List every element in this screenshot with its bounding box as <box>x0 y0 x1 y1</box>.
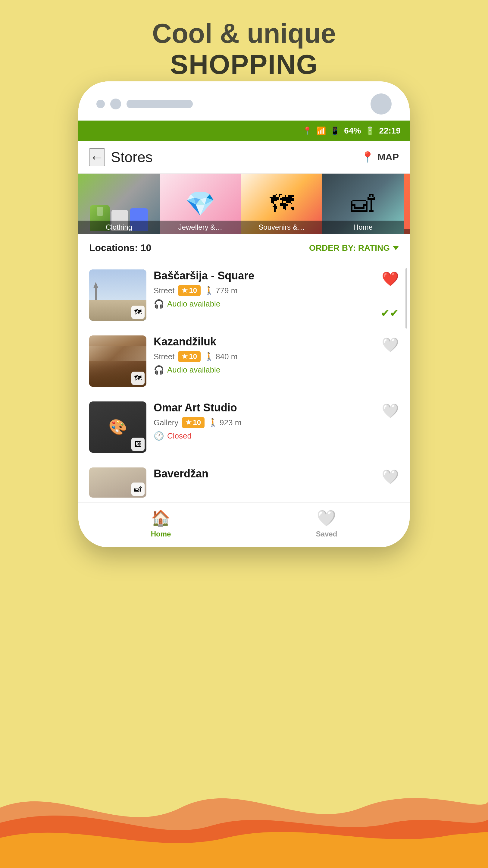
store-badge-3: 🖼 <box>131 438 144 451</box>
category-jewellery[interactable]: 💎 Jewellery &… <box>160 174 241 234</box>
list-scrollbar-thumb <box>405 268 407 329</box>
time-text: 22:19 <box>379 126 401 135</box>
favorite-button-bascarsija[interactable]: ❤️ <box>382 271 399 287</box>
battery-icon: 🔋 <box>365 126 375 135</box>
headphone-icon: 🎧 <box>154 299 164 309</box>
list-scrollbar[interactable] <box>405 262 407 503</box>
store-name-bascarsija: Baščaršija - Square <box>154 270 399 282</box>
store-info-baverdzhan: Baverdžan <box>154 467 399 483</box>
page-subtitle: Cool & unique <box>0 18 488 49</box>
distance-omar: 🚶 923 m <box>208 418 241 427</box>
home-decor-icon: 🛋 <box>351 190 375 218</box>
store-type-kazandziluk: Street <box>154 352 174 361</box>
category-extra-bg: 🛍 <box>404 174 410 234</box>
favorite-button-kazandziluk[interactable]: 🤍 <box>382 337 399 353</box>
phone-dot-1 <box>96 100 105 108</box>
closed-label: Closed <box>167 431 192 441</box>
phone-top-decoration <box>78 82 410 121</box>
sky <box>89 270 147 300</box>
category-souvenirs[interactable]: 🗺 Souvenirs &… <box>241 174 322 234</box>
category-clothing-label: Clothing <box>78 221 160 234</box>
phone-frame: 📍 📶 📱 64% 🔋 22:19 ← Stores 📍 MAP Clothin… <box>78 82 410 547</box>
audio-badge-bascarsija: 🎧 Audio available <box>154 299 399 309</box>
store-name-baverdzhan: Baverdžan <box>154 467 399 480</box>
category-home-label: Home <box>322 221 404 234</box>
nav-home-label: Home <box>151 530 171 538</box>
store-thumb-kazandziluk: 🗺 <box>89 336 147 387</box>
phone-circle <box>370 93 392 115</box>
walk-icon: 🚶 <box>204 286 214 296</box>
store-type-bascarsija: Street <box>154 286 174 296</box>
store-meta-omar: Gallery ★ 10 🚶 923 m <box>154 417 399 428</box>
map-button[interactable]: 📍 MAP <box>361 151 399 164</box>
store-name-kazandziluk: Kazandžiluk <box>154 336 399 348</box>
back-button[interactable]: ← <box>89 148 105 166</box>
page-title-area: Cool & unique SHOPPING <box>0 18 488 80</box>
location-icon: 📍 <box>302 126 312 135</box>
store-info-kazandziluk: Kazandžiluk Street ★ 10 🚶 840 m 🎧 Audio … <box>154 336 399 375</box>
store-name-omar: Omar Art Studio <box>154 401 399 414</box>
favorite-button-baverdzhan[interactable]: 🤍 <box>382 469 399 485</box>
phone-dot-2 <box>110 98 121 110</box>
nav-item-saved[interactable]: 🤍 Saved <box>316 509 337 538</box>
store-badge-4: 🛋 <box>131 483 144 496</box>
saved-icon: 🤍 <box>317 509 336 527</box>
category-home[interactable]: 🛋 Home <box>322 174 404 234</box>
category-clothing[interactable]: Clothing <box>78 174 160 234</box>
distance-bascarsija: 🚶 779 m <box>204 286 237 296</box>
audio-label-2: Audio available <box>167 365 220 375</box>
clock-icon: 🕐 <box>154 431 164 441</box>
map-pin-icon: 📍 <box>361 151 375 164</box>
nav-saved-label: Saved <box>316 530 337 538</box>
store-thumb-bascarsija: 🗺 <box>89 270 147 321</box>
bottom-nav: 🏠 Home 🤍 Saved <box>78 503 410 547</box>
store-item-bascarsija[interactable]: 🗺 Baščaršija - Square Street ★ 10 🚶 779 … <box>78 262 410 328</box>
store-item-baverdzhan[interactable]: 🛋 Baverdžan 🤍 <box>78 460 410 503</box>
category-extra[interactable]: 🛍 <box>404 174 410 234</box>
chevron-down-icon <box>393 246 399 250</box>
rating-badge-kazandziluk: ★ 10 <box>178 351 201 362</box>
distance-kazandziluk: 🚶 840 m <box>204 352 237 361</box>
walk-icon-3: 🚶 <box>208 418 218 427</box>
store-badge-1: 🗺 <box>131 306 144 319</box>
souvenirs-icon: 🗺 <box>270 190 294 218</box>
store-info-bascarsija: Baščaršija - Square Street ★ 10 🚶 779 m … <box>154 270 399 309</box>
map-label: MAP <box>378 152 399 163</box>
store-badge-2: 🗺 <box>131 372 144 385</box>
page-title: SHOPPING <box>0 49 488 80</box>
rating-badge-bascarsija: ★ 10 <box>178 285 201 296</box>
category-jewellery-label: Jewellery &… <box>160 221 241 234</box>
category-souvenirs-label: Souvenirs &… <box>241 221 322 234</box>
store-item-omar[interactable]: 🎨 🖼 Omar Art Studio Gallery ★ 10 🚶 923 m <box>78 394 410 460</box>
store-thumb-omar: 🎨 🖼 <box>89 401 147 453</box>
order-by-button[interactable]: ORDER BY: RATING <box>309 243 399 253</box>
headphone-icon-2: 🎧 <box>154 365 164 375</box>
phone-bar <box>127 100 193 108</box>
locations-count: Locations: 10 <box>89 242 151 253</box>
rating-badge-omar: ★ 10 <box>182 417 204 428</box>
category-scroll: Clothing 💎 Jewellery &… 🗺 Souvenirs &… 🛋… <box>78 174 410 234</box>
favorite-button-omar[interactable]: 🤍 <box>382 403 399 419</box>
status-bar: 📍 📶 📱 64% 🔋 22:19 <box>78 121 410 141</box>
audio-badge-kazandziluk: 🎧 Audio available <box>154 365 399 375</box>
star-icon: ★ <box>182 287 188 294</box>
order-by-label: ORDER BY: RATING <box>309 243 390 253</box>
double-check-icon: ✔✔ <box>381 307 399 319</box>
nav-item-home[interactable]: 🏠 Home <box>151 509 171 538</box>
store-info-omar: Omar Art Studio Gallery ★ 10 🚶 923 m 🕐 C… <box>154 401 399 441</box>
home-icon: 🏠 <box>151 509 170 527</box>
store-meta-kazandziluk: Street ★ 10 🚶 840 m <box>154 351 399 362</box>
jewellery-icon: 💎 <box>185 190 216 218</box>
star-icon-2: ★ <box>182 352 188 361</box>
locations-bar: Locations: 10 ORDER BY: RATING <box>78 234 410 262</box>
store-item-kazandziluk[interactable]: 🗺 Kazandžiluk Street ★ 10 🚶 840 m 🎧 <box>78 328 410 394</box>
wifi-icon: 📶 <box>316 126 326 135</box>
category-extra-label <box>404 229 410 234</box>
store-list: 🗺 Baščaršija - Square Street ★ 10 🚶 779 … <box>78 262 410 503</box>
app-header: ← Stores 📍 MAP <box>78 141 410 174</box>
star-icon-3: ★ <box>186 418 192 427</box>
walk-icon-2: 🚶 <box>204 352 214 361</box>
signal-icon: 📱 <box>330 126 340 135</box>
audio-label: Audio available <box>167 299 220 309</box>
store-thumb-baverdzhan: 🛋 <box>89 467 147 498</box>
